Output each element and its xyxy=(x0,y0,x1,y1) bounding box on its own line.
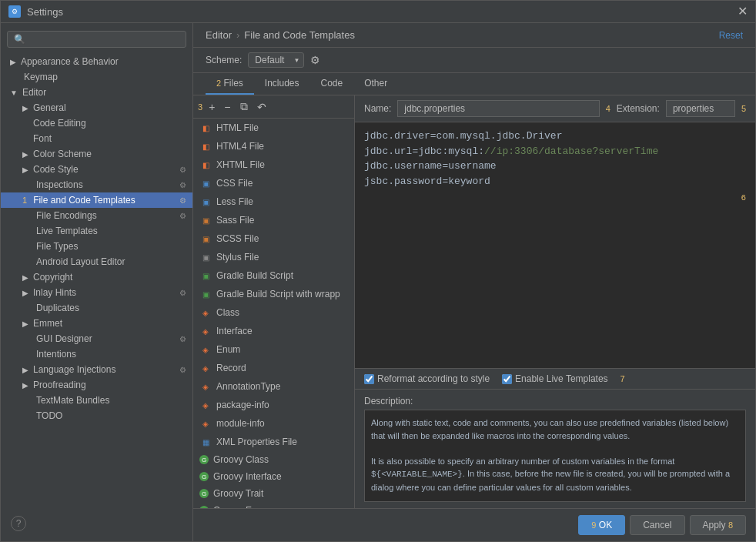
sidebar-item-color-scheme[interactable]: ▶ Color Scheme xyxy=(1,146,192,162)
copy-template-button[interactable]: ⧉ xyxy=(237,99,251,115)
code-editor[interactable]: jdbc.driver=com.mysql.jdbc.Driver jdbc.u… xyxy=(355,122,755,368)
xml-properties-icon: ▦ xyxy=(199,436,212,448)
package-info-icon: ◈ xyxy=(199,399,212,411)
tab-other[interactable]: Other xyxy=(353,73,398,95)
reset-template-button[interactable]: ↶ xyxy=(254,99,269,115)
list-item[interactable]: ◧ HTML4 File xyxy=(193,137,354,156)
name-row: Name: 4 Extension: 5 xyxy=(355,95,755,122)
sidebar-item-general[interactable]: ▶ General xyxy=(1,100,192,115)
sidebar-item-label: Code Style xyxy=(33,164,79,175)
list-item[interactable]: G Groovy Interface xyxy=(193,468,354,485)
template-toolbar: 3 + − ⧉ ↶ xyxy=(193,95,354,119)
tab-label: Other xyxy=(364,78,387,89)
list-item[interactable]: ▣ Gradle Build Script xyxy=(193,266,354,285)
sidebar-item-inspections[interactable]: Inspections ⚙ xyxy=(1,177,192,192)
sidebar-item-editor[interactable]: ▼ Editor xyxy=(1,85,192,100)
list-item[interactable]: ▣ Sass File xyxy=(193,211,354,229)
sidebar-item-appearance[interactable]: ▶ Appearance & Behavior xyxy=(1,54,192,69)
sidebar-item-emmet[interactable]: ▶ Emmet xyxy=(1,316,192,331)
list-item[interactable]: ▣ Gradle Build Script with wrapp xyxy=(193,285,354,303)
sidebar-item-proofreading[interactable]: ▶ Proofreading xyxy=(1,377,192,393)
breadcrumb-parent: Editor xyxy=(206,29,232,41)
reset-button[interactable]: Reset xyxy=(719,30,743,41)
item-label: Stylus File xyxy=(216,252,259,263)
reformat-checkbox[interactable] xyxy=(364,374,374,384)
sidebar-item-copyright[interactable]: ▶ Copyright xyxy=(1,269,192,285)
template-list: 3 + − ⧉ ↶ ◧ HTML File ◧ HTML4 File xyxy=(193,95,355,508)
list-item[interactable]: ▣ SCSS File xyxy=(193,229,354,248)
sidebar-item-intentions[interactable]: Intentions xyxy=(1,346,192,362)
tab-includes[interactable]: Includes xyxy=(254,73,310,95)
sidebar-item-file-types[interactable]: File Types xyxy=(1,239,192,254)
reformat-checkbox-label[interactable]: Reformat according to style xyxy=(364,373,490,384)
sidebar-item-label: File Types xyxy=(36,241,78,252)
list-item[interactable]: ◧ XHTML File xyxy=(193,156,354,174)
sidebar-item-duplicates[interactable]: Duplicates xyxy=(1,300,192,316)
tab-files[interactable]: 2 Files xyxy=(206,73,254,95)
live-templates-checkbox[interactable] xyxy=(502,374,512,384)
sidebar-item-textmate-bundles[interactable]: TextMate Bundles xyxy=(1,393,192,408)
live-templates-checkbox-label[interactable]: Enable Live Templates xyxy=(502,373,608,384)
list-item[interactable]: ◈ module-info xyxy=(193,414,354,433)
sidebar-item-todo[interactable]: TODO xyxy=(1,408,192,423)
list-item[interactable]: G Groovy Trait xyxy=(193,485,354,502)
sidebar-item-inlay-hints[interactable]: ▶ Inlay Hints ⚙ xyxy=(1,285,192,300)
sidebar-item-label: Code Editing xyxy=(33,118,86,129)
add-template-button[interactable]: + xyxy=(206,99,218,115)
reformat-label: Reformat according to style xyxy=(377,373,490,384)
item-label: XML Properties File xyxy=(216,437,297,447)
list-item[interactable]: ◈ Enum xyxy=(193,340,354,359)
sidebar-item-android-layout-editor[interactable]: Android Layout Editor xyxy=(1,254,192,269)
sidebar-item-keymap[interactable]: Keymap xyxy=(1,69,192,85)
list-item[interactable]: ◈ Record xyxy=(193,359,354,377)
search-input[interactable] xyxy=(7,31,186,48)
sidebar-item-gui-designer[interactable]: GUI Designer ⚙ xyxy=(1,331,192,346)
template-editor: Name: 4 Extension: 5 jdbc.driver=com.mys… xyxy=(355,95,755,508)
sidebar-item-code-style[interactable]: ▶ Code Style ⚙ xyxy=(1,162,192,177)
help-button[interactable]: ? xyxy=(11,516,26,531)
name-input[interactable] xyxy=(397,100,599,117)
remove-template-button[interactable]: − xyxy=(221,99,233,115)
item-label: Groovy Interface xyxy=(213,471,282,482)
list-item[interactable]: ◈ package-info xyxy=(193,396,354,414)
sidebar-item-font[interactable]: Font xyxy=(1,131,192,146)
sidebar-item-code-editing[interactable]: Code Editing xyxy=(1,115,192,131)
cancel-button[interactable]: Cancel xyxy=(630,515,684,535)
toolbar-number: 3 xyxy=(198,102,202,112)
list-item[interactable]: G Groovy Class xyxy=(193,451,354,468)
item-label: Record xyxy=(216,363,246,373)
item-label: Less File xyxy=(216,196,253,207)
item-label: Groovy Class xyxy=(213,454,269,465)
sidebar-item-label: Duplicates xyxy=(36,303,79,313)
list-item[interactable]: ▦ XML Properties File xyxy=(193,433,354,451)
sidebar-item-language-injections[interactable]: ▶ Language Injections ⚙ xyxy=(1,362,192,377)
close-button[interactable]: ✕ xyxy=(738,5,748,18)
ext-number: 5 xyxy=(741,104,746,113)
desc-para-1: Along with static text, code and comment… xyxy=(371,417,739,442)
badge-icon: ⚙ xyxy=(179,212,186,220)
tab-code[interactable]: Code xyxy=(310,73,354,95)
ext-input[interactable] xyxy=(666,100,735,117)
expand-arrow: ▶ xyxy=(22,104,28,112)
list-item[interactable]: ◈ AnnotationType xyxy=(193,377,354,396)
list-item[interactable]: ◈ Interface xyxy=(193,322,354,340)
sidebar-item-file-and-code-templates[interactable]: 1 File and Code Templates ⚙ xyxy=(1,192,192,208)
xhtml-file-icon: ◧ xyxy=(199,159,212,171)
apply-button[interactable]: Apply 8 xyxy=(690,515,747,535)
scheme-gear-icon[interactable]: ⚙ xyxy=(310,54,320,66)
list-item[interactable]: ▣ Less File xyxy=(193,192,354,211)
apply-label: Apply xyxy=(703,520,726,530)
sidebar-item-live-templates[interactable]: Live Templates xyxy=(1,223,192,239)
list-item[interactable]: G Groovy Enum xyxy=(193,502,354,508)
list-item[interactable]: ▣ Stylus File xyxy=(193,248,354,266)
list-item[interactable]: ◧ HTML File xyxy=(193,119,354,137)
list-item[interactable]: ▣ CSS File xyxy=(193,174,354,192)
sidebar-item-label: Android Layout Editor xyxy=(36,256,125,267)
ok-button[interactable]: 9 OK xyxy=(578,515,625,535)
code-line: jsbc.password=keyword xyxy=(364,174,746,189)
sidebar-item-label: Appearance & Behavior xyxy=(21,56,119,67)
scheme-select[interactable]: Default Project xyxy=(248,52,304,68)
tab-label: Code xyxy=(321,78,343,89)
sidebar-item-file-encodings[interactable]: File Encodings ⚙ xyxy=(1,208,192,223)
list-item[interactable]: ◈ Class xyxy=(193,303,354,322)
